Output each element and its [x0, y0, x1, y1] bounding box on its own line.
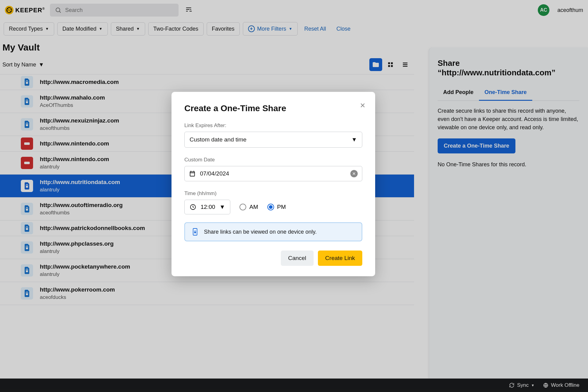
time-label: Time (hh/mm) [184, 190, 362, 197]
custom-date-input[interactable]: 07/04/2024 ✕ [184, 166, 362, 181]
record-subtitle: AceOfThumbs [40, 102, 105, 108]
svg-rect-21 [194, 232, 196, 233]
radio-pm[interactable]: PM [267, 204, 286, 210]
svg-rect-10 [26, 82, 28, 84]
search-box[interactable] [50, 4, 179, 17]
record-subtitle: aceofducks [40, 294, 115, 300]
svg-line-2 [59, 11, 61, 13]
create-one-time-share-button[interactable]: Create a One-Time Share [438, 138, 515, 153]
device-lock-icon [192, 228, 198, 236]
record-title: http://www.outoftimeradio.org [40, 202, 123, 209]
record-title: http://www.nintendo.com [40, 140, 109, 147]
record-title: http://www.nexuizninjaz.com [40, 117, 119, 124]
svg-rect-11 [26, 101, 28, 103]
filter-date-modified[interactable]: Date Modified▼ [57, 22, 108, 36]
record-title: http://www.patrickodonnellbooks.com [40, 225, 145, 232]
record-title: http://www.mahalo.com [40, 94, 105, 101]
svg-rect-7 [403, 62, 408, 63]
record-file-icon [21, 241, 33, 254]
view-grid-button[interactable] [384, 58, 397, 71]
svg-rect-15 [26, 228, 28, 230]
brand-icon [21, 138, 33, 150]
plus-circle-icon: + [248, 25, 255, 32]
svg-rect-4 [391, 62, 393, 64]
svg-point-1 [56, 8, 60, 12]
share-panel-title: Share “http://www.nutritiondata.com” [438, 58, 579, 77]
sort-dropdown[interactable]: Sort by Name▼ [2, 62, 44, 68]
time-select[interactable]: 12:00 ▼ [184, 200, 230, 214]
share-panel: Share “http://www.nutritiondata.com” Add… [429, 47, 588, 379]
svg-rect-5 [388, 65, 390, 67]
record-subtitle: alantruly [40, 164, 109, 170]
sync-button[interactable]: Sync ▼ [509, 382, 534, 388]
page-title: My Vault [2, 42, 412, 53]
filter-record-types[interactable]: Record Types▼ [4, 22, 54, 36]
record-subtitle: aceofthumbs [40, 210, 123, 216]
record-file-icon [21, 95, 33, 107]
app-logo[interactable]: KEEPER® [5, 6, 45, 14]
svg-rect-12 [26, 124, 28, 126]
create-link-button[interactable]: Create Link [318, 251, 362, 266]
record-subtitle: alantruly [40, 187, 120, 193]
expires-select[interactable]: Custom date and time ▼ [184, 132, 362, 148]
avatar[interactable]: AC [538, 4, 549, 16]
record-title: http://www.phpclasses.org [40, 240, 114, 247]
work-offline-button[interactable]: Work Offline [543, 382, 579, 388]
logo-text: KEEPER® [15, 7, 45, 14]
date-value: 07/04/2024 [200, 170, 229, 177]
modal-title: Create a One-Time Share [184, 104, 362, 113]
record-file-icon [21, 287, 33, 300]
filter-two-factor[interactable]: Two-Factor Codes [148, 22, 204, 36]
chevron-down-icon: ▼ [136, 27, 140, 31]
record-row[interactable]: http://www.macromedia.com [0, 74, 414, 90]
clock-icon [190, 204, 196, 210]
record-subtitle: alantruly [40, 271, 130, 277]
one-time-share-modal: Create a One-Time Share ✕ Link Expires A… [172, 92, 375, 276]
svg-rect-18 [26, 293, 28, 295]
record-file-icon [21, 118, 33, 130]
logo-icon [5, 6, 13, 14]
no-shares-text: No One-Time Shares for this record. [438, 161, 579, 168]
record-row[interactable]: http://www.pokerroom.comaceofducks [0, 282, 414, 305]
search-input[interactable] [65, 7, 174, 13]
radio-am[interactable]: AM [239, 204, 258, 210]
svg-rect-16 [26, 247, 28, 249]
tab-one-time-share[interactable]: One-Time Share [479, 86, 532, 101]
svg-rect-13 [26, 186, 28, 188]
chevron-down-icon: ▼ [220, 204, 225, 210]
close-filters-button[interactable]: Close [333, 23, 354, 35]
record-file-icon [21, 76, 33, 88]
filter-more[interactable]: + More Filters▼ [243, 22, 298, 36]
record-title: http://www.pocketanywhere.com [40, 263, 130, 270]
svg-rect-3 [388, 62, 390, 64]
radio-icon [239, 204, 246, 210]
svg-rect-17 [26, 270, 28, 272]
record-file-icon [21, 180, 33, 192]
tune-icon[interactable] [183, 4, 194, 16]
chevron-down-icon: ▼ [39, 62, 44, 68]
filter-favorites[interactable]: Favorites [207, 22, 240, 36]
close-icon[interactable]: ✕ [360, 102, 365, 110]
radio-icon [267, 204, 274, 210]
record-file-icon [21, 203, 33, 215]
filter-shared[interactable]: Shared▼ [111, 22, 145, 36]
panel-description: Create secure links to share this record… [438, 107, 579, 132]
view-folder-button[interactable] [369, 58, 382, 71]
cancel-button[interactable]: Cancel [281, 251, 314, 266]
clear-date-icon[interactable]: ✕ [350, 170, 358, 177]
chevron-down-icon: ▼ [45, 27, 49, 31]
chevron-down-icon: ▼ [99, 27, 103, 31]
svg-rect-14 [26, 209, 28, 211]
tab-add-people[interactable]: Add People [438, 86, 479, 100]
record-title: http://www.pokerroom.com [40, 286, 115, 293]
sync-icon [509, 383, 514, 388]
calendar-icon [189, 170, 196, 177]
view-list-button[interactable] [399, 58, 412, 71]
expires-label: Link Expires After: [184, 123, 362, 129]
chevron-down-icon: ▼ [289, 27, 292, 31]
globe-icon [543, 383, 548, 388]
reset-all-button[interactable]: Reset All [301, 23, 330, 35]
svg-rect-8 [403, 64, 408, 65]
info-banner: Share links can be viewed on one device … [184, 222, 362, 241]
record-subtitle: alantruly [40, 248, 114, 254]
